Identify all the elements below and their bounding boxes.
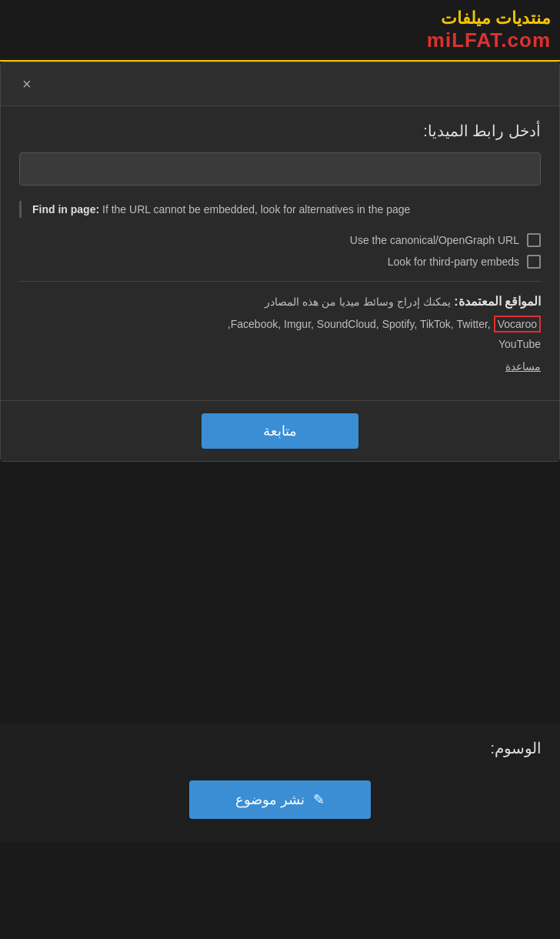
top-banner: منتديات ميلفات miLFAT.com [0, 0, 560, 62]
canonical-url-checkbox[interactable] [527, 233, 541, 247]
third-party-embeds-row: Look for third-party embeds [19, 255, 541, 269]
trusted-sites-heading: المواقع المعتمدة: [454, 295, 541, 308]
youtube-text: YouTube [498, 338, 541, 350]
third-party-embeds-checkbox[interactable] [527, 255, 541, 269]
banner-arabic-title: منتديات ميلفات [441, 8, 551, 28]
continue-button[interactable]: متابعة [202, 413, 358, 449]
sites-list-text: Facebook, Imgur, SoundCloud, Spotify, Ti… [228, 316, 541, 332]
modal-footer: متابعة [1, 400, 559, 461]
find-in-page-section: Find in page: If the URL cannot be embed… [19, 201, 541, 218]
publish-btn-row: ✎ نشر موضوع [18, 773, 542, 827]
modal-title: أدخل رابط الميديا: [19, 122, 541, 140]
trusted-sites-section: المواقع المعتمدة: يمكنك إدراج وسائط ميدي… [19, 294, 541, 372]
publish-label: نشر موضوع [235, 791, 305, 808]
trusted-sites-list: Facebook, Imgur, SoundCloud, Spotify, Ti… [19, 315, 541, 353]
media-url-modal: × أدخل رابط الميديا: Find in page: If th… [0, 62, 560, 462]
publish-icon: ✎ [313, 791, 325, 808]
canonical-url-row: Use the canonical/OpenGraph URL [19, 233, 541, 247]
third-party-embeds-label: Look for third-party embeds [388, 256, 519, 268]
bottom-section: الوسوم: ✎ نشر موضوع [0, 723, 560, 842]
modal-body: أدخل رابط الميديا: Find in page: If the … [1, 106, 559, 400]
url-input[interactable] [19, 152, 541, 185]
find-in-page-label: Find in page: [32, 203, 99, 216]
divider [19, 281, 541, 282]
below-modal-area [0, 462, 560, 723]
canonical-url-label: Use the canonical/OpenGraph URL [350, 234, 519, 246]
help-link[interactable]: مساعدة [19, 360, 541, 373]
tags-label: الوسوم: [18, 739, 542, 757]
trusted-sites-title: المواقع المعتمدة: يمكنك إدراج وسائط ميدي… [19, 294, 541, 309]
find-in-page-desc: If the URL cannot be embedded, look for … [102, 203, 410, 216]
close-button[interactable]: × [16, 73, 38, 95]
logo-area: منتديات ميلفات miLFAT.com [427, 8, 551, 52]
find-in-page-text: Find in page: If the URL cannot be embed… [32, 201, 541, 218]
trusted-sites-subtitle: يمكنك إدراج وسائط ميديا من هذه المصادر [265, 296, 450, 308]
publish-topic-button[interactable]: ✎ نشر موضوع [189, 780, 370, 819]
modal-header: × [1, 62, 559, 106]
banner-milfat: miLFAT.com [427, 28, 551, 52]
